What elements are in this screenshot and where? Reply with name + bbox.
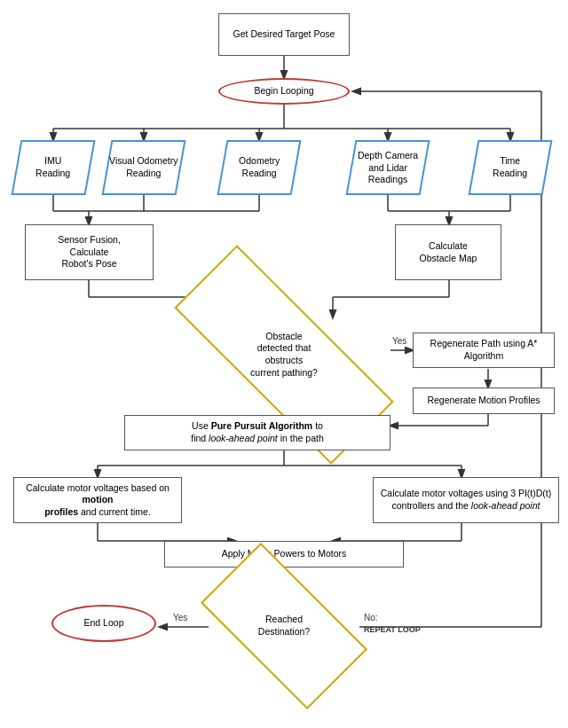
depth-camera-node: Depth Cameraand LidarReadings	[346, 140, 430, 195]
regen-path-node: Regenerate Path using A* Algorithm	[413, 333, 555, 368]
svg-text:No:: No:	[364, 613, 378, 622]
time-reading-node: TimeReading	[469, 140, 553, 195]
regen-motion-node: Regenerate Motion Profiles	[413, 387, 555, 414]
caption-area: Fig. 1. Full Control System Flow Chart	[9, 718, 559, 728]
get-desired-node: Get Desired Target Pose	[218, 13, 350, 56]
sensor-fusion-node: Sensor Fusion,CalculateRobot's Pose	[25, 224, 154, 280]
odometry-node: OdometryReading	[217, 140, 302, 195]
motor-profiles-node: Calculate motor voltages based on motion…	[13, 477, 182, 523]
reached-diamond-node: ReachedDestination?	[209, 583, 359, 669]
obstacle-diamond-node: Obstacledetected thatobstructscurrent pa…	[173, 310, 395, 399]
calc-obstacle-node: CalculateObstacle Map	[395, 224, 501, 280]
imu-node: IMUReading	[12, 140, 96, 195]
motor-pid-node: Calculate motor voltages using 3 PI(t)D(…	[373, 477, 559, 523]
apply-motor-node: Apply Motor Powers to Motors	[164, 541, 404, 568]
svg-text:REPEAT LOOP: REPEAT LOOP	[364, 625, 421, 634]
end-loop-node: End Loop	[51, 605, 156, 642]
pure-pursuit-node: Use Pure Pursuit Algorithm tofind look-a…	[124, 415, 390, 450]
svg-text:Yes: Yes	[173, 613, 187, 622]
visual-odometry-node: Visual OdometryReading	[102, 140, 186, 195]
begin-looping-node: Begin Looping	[218, 78, 350, 105]
